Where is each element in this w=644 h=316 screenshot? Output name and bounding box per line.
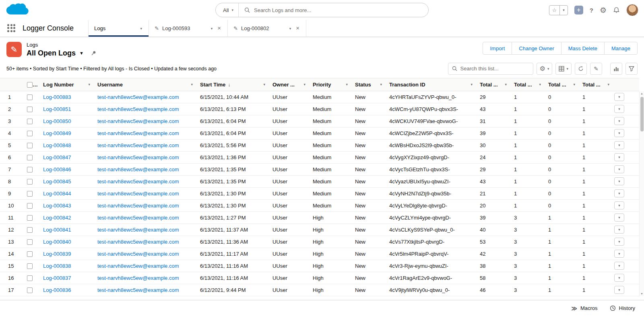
username-link[interactable]: test-narvh8ewc5ew@example.com [97, 203, 179, 209]
username-link[interactable]: test-narvh8ewc5ew@example.com [97, 106, 179, 112]
notifications-bell-icon[interactable] [613, 7, 620, 14]
row-checkbox[interactable] [27, 227, 33, 233]
log-number-link[interactable]: Log-000837 [43, 275, 71, 281]
row-checkbox-cell[interactable] [22, 115, 38, 127]
chevron-down-icon[interactable]: ▾ [303, 82, 305, 86]
log-number-link[interactable]: Log-000883 [43, 94, 71, 100]
workspace-tab-log-000593[interactable]: ✎Log-000593▾× [149, 20, 227, 37]
row-checkbox-cell[interactable] [22, 187, 38, 199]
row-checkbox-cell[interactable] [22, 272, 38, 284]
row-checkbox[interactable] [27, 131, 33, 136]
favorites-dropdown-icon[interactable]: ▾ [559, 6, 568, 15]
setup-gear-icon[interactable]: ⚙ [600, 6, 607, 14]
column-header-priority[interactable]: Priority▾ [308, 78, 350, 91]
row-checkbox[interactable] [27, 191, 33, 197]
row-checkbox-cell[interactable] [22, 91, 38, 103]
row-checkbox[interactable] [27, 275, 33, 281]
column-header-log-number[interactable]: Log Number▾ [38, 78, 93, 91]
log-number-link[interactable]: Log-000839 [43, 251, 71, 257]
username-link[interactable]: test-narvh8ewc5ew@example.com [97, 251, 179, 257]
row-checkbox[interactable] [27, 119, 33, 124]
row-checkbox[interactable] [27, 179, 33, 185]
chevron-down-icon[interactable]: ▾ [210, 24, 214, 33]
row-checkbox-cell[interactable] [22, 151, 38, 163]
row-checkbox[interactable] [27, 155, 33, 160]
username-link[interactable]: test-narvh8ewc5ew@example.com [97, 263, 179, 269]
username-link[interactable]: test-narvh8ewc5ew@example.com [97, 166, 179, 172]
username-link[interactable]: test-narvh8ewc5ew@example.com [97, 154, 179, 160]
log-number-link[interactable]: Log-000838 [43, 263, 71, 269]
log-number-link[interactable]: Log-000841 [43, 227, 71, 233]
charts-button[interactable] [610, 63, 622, 75]
log-number-link[interactable]: Log-000850 [43, 118, 71, 124]
row-actions-button[interactable]: ▾ [614, 201, 624, 209]
row-checkbox-cell[interactable] [22, 284, 38, 296]
row-checkbox[interactable] [27, 143, 33, 148]
username-link[interactable]: test-narvh8ewc5ew@example.com [97, 118, 179, 124]
salesforce-logo[interactable] [6, 2, 29, 18]
row-actions-button[interactable]: ▾ [614, 250, 624, 258]
vertical-scrollbar[interactable]: ▲ ▼ [639, 91, 644, 296]
log-number-link[interactable]: Log-000836 [43, 287, 71, 293]
close-icon[interactable]: × [295, 24, 300, 33]
row-actions-button[interactable]: ▾ [614, 262, 624, 270]
filter-button[interactable] [625, 63, 638, 75]
search-scope-selector[interactable]: All ▾ [216, 3, 239, 17]
row-checkbox[interactable] [27, 107, 33, 112]
row-checkbox-cell[interactable] [22, 163, 38, 175]
row-checkbox-cell[interactable] [22, 127, 38, 139]
row-actions-button[interactable]: ▾ [614, 141, 624, 149]
chevron-down-icon[interactable]: ▾ [191, 82, 193, 86]
list-settings-button[interactable]: ⚙ ▾ [537, 63, 553, 75]
username-link[interactable]: test-narvh8ewc5ew@example.com [97, 227, 179, 233]
chevron-down-icon[interactable]: ▾ [573, 82, 575, 86]
chevron-down-icon[interactable]: ▾ [380, 82, 382, 86]
row-checkbox-cell[interactable] [22, 211, 38, 224]
change-owner-button[interactable]: Change Owner [512, 42, 561, 55]
row-actions-button[interactable]: ▾ [614, 177, 624, 185]
scroll-down-icon[interactable]: ▼ [640, 291, 644, 296]
row-checkbox-cell[interactable] [22, 236, 38, 248]
chevron-down-icon[interactable]: ▾ [88, 82, 90, 86]
select-all-checkbox[interactable] [27, 82, 33, 88]
row-checkbox[interactable] [27, 287, 33, 293]
global-search-input[interactable] [250, 7, 428, 13]
row-actions-button[interactable]: ▾ [614, 274, 624, 282]
close-icon[interactable]: × [217, 24, 222, 33]
row-checkbox[interactable] [27, 263, 33, 269]
column-header-total[interactable]: Total ...▾ [475, 78, 509, 91]
refresh-button[interactable] [575, 63, 587, 75]
log-number-link[interactable]: Log-000848 [43, 142, 71, 148]
username-link[interactable]: test-narvh8ewc5ew@example.com [97, 215, 179, 221]
scrollbar-thumb[interactable] [640, 97, 644, 131]
row-actions-button[interactable]: ▾ [614, 117, 624, 125]
log-number-link[interactable]: Log-000847 [43, 154, 71, 160]
row-checkbox[interactable] [27, 251, 33, 257]
column-header-total[interactable]: Total ...▾ [578, 78, 612, 91]
row-actions-button[interactable]: ▾ [614, 153, 624, 161]
chevron-down-icon[interactable]: ▾ [346, 82, 348, 86]
log-number-link[interactable]: Log-000851 [43, 106, 71, 112]
log-number-link[interactable]: Log-000840 [43, 239, 71, 245]
scroll-up-icon[interactable]: ▲ [640, 91, 644, 96]
display-as-button[interactable]: ▾ [555, 63, 572, 75]
row-actions-button[interactable]: ▾ [614, 93, 624, 101]
inline-edit-button[interactable]: ✎ [590, 63, 602, 75]
column-header-total[interactable]: Total ...▾ [509, 78, 543, 91]
global-actions-plus-icon[interactable]: + [574, 6, 583, 14]
column-header-owner[interactable]: Owner ...▾ [268, 78, 308, 91]
column-header-start-time[interactable]: Start Time↓▾ [195, 78, 268, 91]
chevron-down-icon[interactable]: ▾ [471, 82, 473, 86]
row-checkbox-cell[interactable] [22, 260, 38, 272]
username-link[interactable]: test-narvh8ewc5ew@example.com [97, 275, 179, 281]
row-checkbox-cell[interactable] [22, 248, 38, 260]
manage-button[interactable]: Manage [604, 42, 638, 55]
log-number-link[interactable]: Log-000843 [43, 203, 71, 209]
macros-utility[interactable]: ≫ Macros [571, 305, 597, 312]
row-checkbox-cell[interactable] [22, 175, 38, 187]
chevron-down-icon[interactable]: ▾ [263, 82, 265, 86]
chevron-down-icon[interactable]: ▾ [539, 82, 541, 86]
row-checkbox-cell[interactable] [22, 199, 38, 211]
history-utility[interactable]: History [610, 305, 635, 311]
row-actions-button[interactable]: ▾ [614, 165, 624, 173]
